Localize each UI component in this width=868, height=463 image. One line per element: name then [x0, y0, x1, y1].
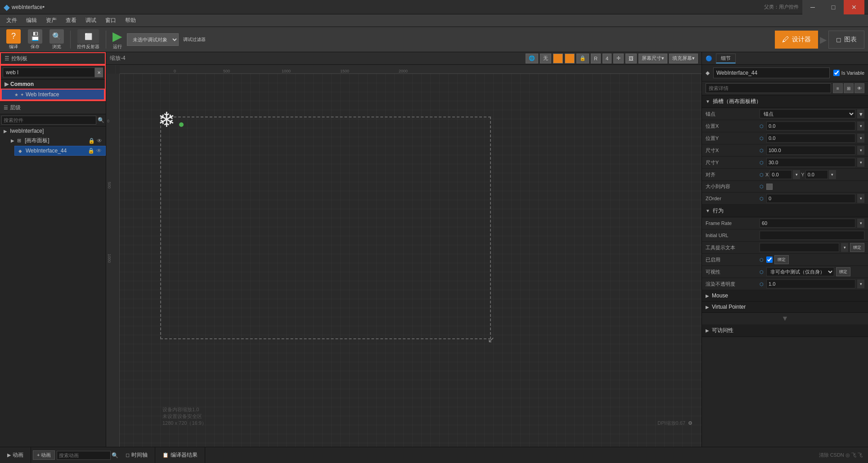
menu-window[interactable]: 窗口	[101, 16, 121, 25]
opacity-input[interactable]	[766, 279, 855, 288]
enabled-bind-icon[interactable]: ⬡	[760, 257, 764, 262]
none-btn[interactable]: 无	[540, 54, 551, 63]
run-play-button[interactable]: ▶ 运行	[110, 28, 125, 51]
list-view-btn[interactable]: ≡	[833, 83, 843, 93]
num4-btn[interactable]: 4	[603, 54, 612, 63]
is-variable-checkbox[interactable]	[833, 70, 840, 76]
component-item-webinterface[interactable]: ★ ✦ Web Interface	[1, 89, 105, 100]
animation-tab[interactable]: ▶ 动画	[0, 447, 31, 463]
size-x-arrow[interactable]: ▾	[857, 146, 864, 155]
size-y-arrow[interactable]: ▾	[857, 158, 864, 167]
menu-help[interactable]: 帮助	[121, 16, 140, 25]
r-btn[interactable]: R	[591, 54, 601, 63]
add-animation-btn[interactable]: + 动画	[33, 450, 55, 460]
position-x-arrow[interactable]: ▾	[857, 121, 864, 130]
eye-btn[interactable]: 👁	[855, 83, 864, 93]
visibility-select[interactable]: 非可命中测试（仅自身）	[766, 267, 834, 276]
visibility-bind-icon[interactable]: ⬡	[760, 270, 764, 274]
designer-button[interactable]: 🖊 设计器	[775, 31, 818, 49]
position-x-bind-icon[interactable]: ⬡	[760, 124, 764, 129]
hierarchy-canvas-panel[interactable]: ▶ ⊞ [画布面板] 🔒 👁	[7, 135, 106, 146]
opacity-arrow[interactable]: ▾	[857, 279, 864, 288]
fill-btn[interactable]: 填充屏幕▾	[669, 54, 698, 63]
img-btn[interactable]: 🖼	[625, 54, 637, 63]
slot-section-header[interactable]: ▼ 插槽（画布面板槽）	[702, 95, 868, 108]
search-input[interactable]	[3, 67, 95, 77]
frame-rate-label: Frame Rate	[706, 220, 760, 226]
initial-url-input[interactable]	[760, 231, 864, 240]
screen-size-btn[interactable]: 屏幕尺寸▾	[639, 54, 667, 63]
canvas-content[interactable]: 0 500 1000 1500 2000 0 500 1000 ❄ ↙ 设备内容	[106, 65, 702, 447]
zorder-bind-icon[interactable]: ⬡	[760, 196, 764, 201]
size-content-bind-icon[interactable]: ⬡	[760, 184, 764, 189]
properties-scroll[interactable]: ▼ 插槽（画布面板槽） 锚点 锚点 ▾ 位置X ⬡ ▾	[702, 95, 868, 447]
visibility-set-btn[interactable]: 绑定	[836, 267, 850, 276]
globe-btn[interactable]: 🌐	[526, 54, 538, 63]
align-x-input[interactable]	[769, 170, 792, 179]
widget-visibility-button[interactable]: 👁	[96, 148, 102, 154]
frame-rate-input[interactable]	[760, 219, 855, 228]
minimize-button[interactable]: ─	[802, 0, 823, 14]
search-clear-button[interactable]: ✕	[95, 67, 103, 77]
anchor-select[interactable]: 锚点	[760, 109, 855, 118]
menu-edit[interactable]: 编辑	[22, 16, 41, 25]
save-button[interactable]: 💾 保存	[25, 28, 45, 51]
hierarchy-webinterface-item[interactable]: ◆ WebInterface_44 🔒 👁	[14, 146, 106, 156]
widget-lock-button[interactable]: 🔒	[88, 148, 94, 154]
zorder-input[interactable]	[766, 194, 855, 203]
graph-button[interactable]: ◻ 图表	[828, 31, 864, 49]
maximize-button[interactable]: □	[823, 0, 844, 14]
mouse-section-header[interactable]: ▶ Mouse	[702, 290, 868, 301]
size-y-bind-icon[interactable]: ⬡	[760, 160, 764, 165]
compiler-results-tab[interactable]: 📋 编译器结果	[155, 447, 205, 463]
debug-filter-button[interactable]: 调试过滤器	[180, 36, 208, 44]
align-bind-icon[interactable]: ⬡	[760, 172, 764, 177]
behavior-section-header[interactable]: ▼ 行为	[702, 205, 868, 217]
zorder-arrow[interactable]: ▾	[857, 194, 864, 203]
position-y-input[interactable]	[766, 134, 855, 143]
anchor-dropdown-btn[interactable]: ▾	[857, 109, 864, 118]
tooltip-dropdown-btn[interactable]: ▾	[841, 243, 848, 252]
virtual-pointer-section-header[interactable]: ▶ Virtual Pointer	[702, 301, 868, 313]
align-y-input[interactable]	[805, 170, 828, 179]
position-x-input[interactable]	[766, 121, 855, 130]
tooltip-input[interactable]	[760, 243, 839, 252]
menu-debug[interactable]: 调试	[81, 16, 101, 25]
tooltip-set-btn[interactable]: 绑定	[850, 243, 864, 252]
size-x-input[interactable]	[766, 146, 855, 155]
position-y-arrow[interactable]: ▾	[857, 134, 864, 143]
menu-file[interactable]: 文件	[2, 16, 22, 25]
cross-btn[interactable]: ✛	[613, 54, 624, 63]
detail-search-input[interactable]	[706, 83, 831, 93]
widget-name-input[interactable]	[713, 67, 830, 78]
enabled-set-btn[interactable]: 绑定	[774, 255, 789, 264]
hierarchy-search-input[interactable]	[1, 116, 96, 125]
canvas-lock-button[interactable]: 🔒	[88, 138, 95, 144]
accessibility-section-header[interactable]: ▶ 可访问性	[702, 324, 868, 337]
size-x-bind-icon[interactable]: ⬡	[760, 148, 764, 153]
dpi-settings-icon[interactable]: ⚙	[688, 420, 693, 426]
menu-asset[interactable]: 资产	[41, 16, 61, 25]
canvas-visibility-button[interactable]: 👁	[97, 138, 102, 144]
enabled-checkbox[interactable]	[766, 256, 773, 263]
compile-button[interactable]: ? 编译	[4, 28, 23, 51]
hierarchy-root[interactable]: ▶ IwebInterface]	[0, 126, 106, 135]
debug-select[interactable]: 未选中调试对象	[127, 33, 179, 46]
color-btn2[interactable]	[565, 54, 575, 63]
position-y-bind-icon[interactable]: ⬡	[760, 136, 764, 141]
menu-view[interactable]: 查看	[61, 16, 81, 25]
reflector-button[interactable]: ⬜ 控件反射器	[74, 28, 102, 51]
align-y-arrow[interactable]: ▾	[829, 170, 836, 179]
frame-rate-arrow[interactable]: ▾	[857, 219, 864, 228]
timeline-tab[interactable]: ◻ 时间轴	[118, 447, 155, 463]
opacity-bind-icon[interactable]: ⬡	[760, 282, 764, 287]
animation-search-input[interactable]	[57, 451, 111, 460]
close-button[interactable]: ✕	[844, 0, 864, 14]
grid-view-btn[interactable]: ⊞	[844, 83, 854, 93]
lock-btn[interactable]: 🔒	[576, 54, 589, 63]
browse-button[interactable]: 🔍 浏览	[47, 28, 67, 51]
align-x-arrow[interactable]: ▾	[793, 170, 800, 179]
tab-details[interactable]: 细节	[716, 54, 736, 63]
color-btn1[interactable]	[553, 54, 563, 63]
size-y-input[interactable]	[766, 158, 855, 167]
